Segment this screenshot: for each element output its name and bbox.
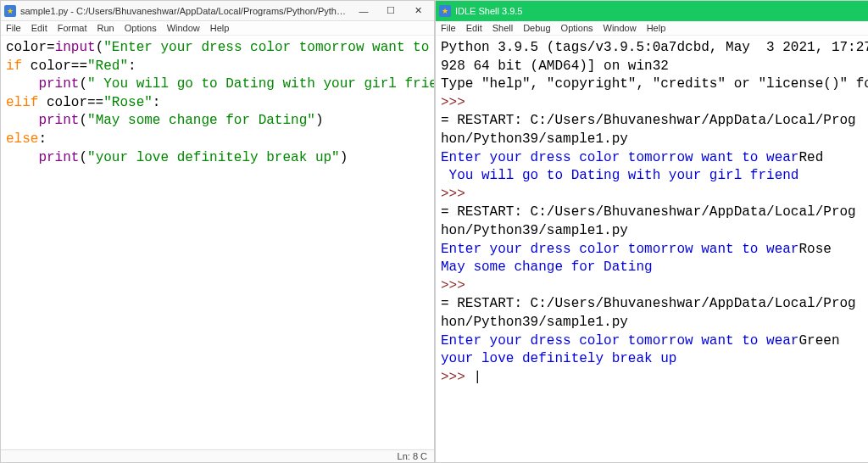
- menu-shell[interactable]: Shell: [492, 23, 513, 33]
- shell-window: ★ IDLE Shell 3.9.5 File Edit Shell Debug…: [435, 0, 868, 463]
- editor-titlebar: ★ sample1.py - C:/Users/Bhuvaneshwar/App…: [1, 1, 434, 21]
- shell-prompt: >>>: [441, 95, 473, 110]
- code-editor[interactable]: color=input("Enter your dress color tomo…: [1, 36, 434, 449]
- window-controls: — ☐ ✕: [351, 3, 431, 20]
- python-file-icon: ★: [4, 5, 16, 17]
- shell-prompt: >>>: [441, 370, 473, 385]
- code-token: "your love definitely break up": [87, 150, 340, 165]
- shell-line: Python 3.9.5 (tags/v3.9.5:0a7dcbd, May 3…: [441, 40, 868, 55]
- shell-line: your love definitely break up: [441, 351, 676, 366]
- shell-line: hon/Python39/sample1.py: [441, 131, 628, 147]
- shell-prompt: >>>: [441, 187, 473, 202]
- menu-options[interactable]: Options: [561, 23, 593, 33]
- menu-edit[interactable]: Edit: [31, 23, 47, 33]
- code-token: [6, 150, 38, 165]
- code-token: "Red": [87, 59, 128, 74]
- code-token: else: [6, 131, 38, 147]
- menu-window[interactable]: Window: [167, 23, 200, 33]
- menu-file[interactable]: File: [441, 23, 456, 33]
- shell-line: Enter your dress color tomorrow want to …: [441, 333, 798, 349]
- close-button[interactable]: ✕: [405, 3, 431, 20]
- code-token: color: [6, 40, 47, 55]
- shell-line: = RESTART: C:/Users/Bhuvaneshwar/AppData…: [441, 204, 856, 220]
- shell-line: 928 64 bit (AMD64)] on win32: [441, 59, 669, 74]
- shell-line: Enter your dress color tomorrow want to …: [441, 150, 798, 165]
- menu-options[interactable]: Options: [125, 23, 157, 33]
- minimize-button[interactable]: —: [351, 3, 376, 20]
- shell-titlebar: ★ IDLE Shell 3.9.5: [436, 1, 868, 21]
- shell-line: Rose: [798, 242, 831, 257]
- code-token: (: [79, 113, 87, 128]
- shell-title: IDLE Shell 3.9.5: [455, 6, 868, 16]
- editor-title: sample1.py - C:/Users/Bhuvaneshwar/AppDa…: [20, 6, 351, 16]
- shell-line: Enter your dress color tomorrow want to …: [441, 242, 798, 257]
- shell-line: You will go to Dating with your girl fri…: [441, 168, 798, 183]
- code-token: color==: [38, 95, 103, 110]
- menu-window[interactable]: Window: [604, 23, 637, 33]
- code-token: input: [55, 40, 96, 55]
- code-token: ): [340, 150, 348, 165]
- shell-line: Green: [798, 333, 839, 349]
- shell-line: hon/Python39/sample1.py: [441, 223, 628, 238]
- shell-output[interactable]: Python 3.9.5 (tags/v3.9.5:0a7dcbd, May 3…: [436, 36, 868, 462]
- shell-line: = RESTART: C:/Users/Bhuvaneshwar/AppData…: [441, 113, 856, 128]
- cursor-icon: |: [473, 370, 481, 385]
- status-position: Ln: 8 C: [398, 451, 427, 461]
- code-token: print: [38, 150, 79, 165]
- menu-edit[interactable]: Edit: [466, 23, 482, 33]
- code-token: " You will go to Dating with your girl f…: [87, 76, 434, 92]
- code-token: (: [96, 40, 104, 55]
- shell-menubar: File Edit Shell Debug Options Window Hel…: [436, 21, 868, 36]
- code-token: (: [79, 150, 87, 165]
- code-token: =: [47, 40, 55, 55]
- code-token: :: [128, 59, 136, 74]
- code-token: ): [315, 113, 324, 128]
- python-shell-icon: ★: [439, 5, 451, 17]
- menu-help[interactable]: Help: [210, 23, 230, 33]
- code-token: [6, 76, 38, 92]
- code-token: "Enter your dress color tomorrow want to…: [103, 40, 434, 55]
- code-token: :: [153, 95, 161, 110]
- shell-line: May some change for Dating: [441, 259, 653, 275]
- menu-file[interactable]: File: [6, 23, 21, 33]
- menu-help[interactable]: Help: [647, 23, 666, 33]
- shell-line: Type "help", "copyright", "credits" or "…: [441, 76, 868, 92]
- editor-menubar: File Edit Format Run Options Window Help: [1, 21, 434, 36]
- shell-prompt: >>>: [441, 278, 473, 293]
- code-token: [6, 113, 38, 128]
- editor-window: ★ sample1.py - C:/Users/Bhuvaneshwar/App…: [0, 0, 435, 463]
- code-token: print: [38, 113, 79, 128]
- menu-run[interactable]: Run: [97, 23, 114, 33]
- menu-format[interactable]: Format: [58, 23, 87, 33]
- shell-line: = RESTART: C:/Users/Bhuvaneshwar/AppData…: [441, 296, 856, 311]
- code-token: print: [38, 76, 79, 92]
- maximize-button[interactable]: ☐: [378, 3, 403, 20]
- editor-statusbar: Ln: 8 C: [1, 449, 434, 462]
- menu-debug[interactable]: Debug: [523, 23, 550, 33]
- code-token: "Rose": [103, 95, 153, 110]
- code-token: (: [79, 76, 87, 92]
- code-token: elif: [6, 95, 38, 110]
- code-token: if: [6, 59, 22, 74]
- code-token: color==: [22, 59, 87, 74]
- code-token: :: [38, 131, 47, 147]
- code-token: "May some change for Dating": [87, 113, 315, 128]
- shell-line: Red: [798, 150, 823, 165]
- shell-line: hon/Python39/sample1.py: [441, 315, 628, 330]
